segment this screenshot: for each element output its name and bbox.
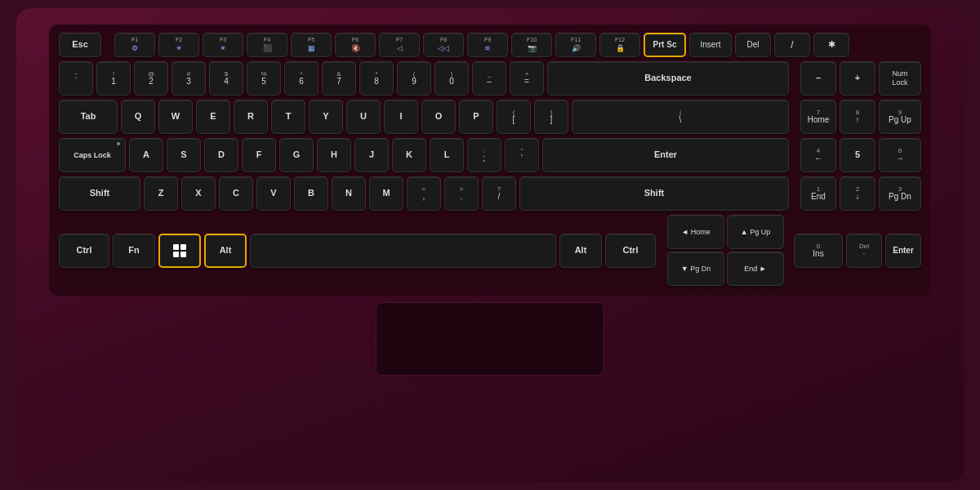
key-alt-left[interactable]: Alt: [204, 234, 247, 268]
key-x[interactable]: X: [181, 176, 216, 211]
key-h[interactable]: H: [317, 138, 351, 172]
key-caps-lock[interactable]: Caps Lock: [59, 138, 126, 172]
key-pg-up[interactable]: ▲ Pg Up: [727, 215, 784, 249]
key-f12[interactable]: F12 🔒: [599, 33, 640, 57]
key-enter[interactable]: Enter: [542, 138, 789, 172]
key-f9[interactable]: F9 ≋: [467, 33, 508, 57]
key-num6[interactable]: 6→: [879, 138, 921, 172]
key-k[interactable]: K: [392, 138, 426, 172]
key-ctrl-left[interactable]: Ctrl: [59, 234, 109, 268]
key-y[interactable]: Y: [309, 100, 343, 134]
key-w[interactable]: W: [158, 100, 193, 134]
key-6[interactable]: ^6: [284, 61, 318, 96]
key-num-plus[interactable]: +: [840, 61, 875, 96]
key-numpad-star[interactable]: ✱: [813, 33, 849, 57]
key-f1[interactable]: F1 ⚙: [114, 33, 155, 57]
key-numlock[interactable]: NumLock: [879, 61, 921, 96]
key-home[interactable]: ◄ Home: [667, 215, 724, 249]
key-c[interactable]: C: [219, 176, 253, 211]
key-quote[interactable]: "': [505, 138, 539, 172]
key-rbracket[interactable]: }]: [534, 100, 568, 134]
key-pg-dn[interactable]: ▼ Pg Dn: [667, 252, 724, 286]
key-f3[interactable]: F3 ☀: [203, 33, 243, 57]
key-equals[interactable]: +=: [510, 61, 544, 96]
key-a[interactable]: A: [129, 138, 163, 172]
key-q[interactable]: Q: [121, 100, 155, 134]
key-f2[interactable]: F2 ☀: [158, 33, 199, 57]
key-4[interactable]: $4: [209, 61, 243, 96]
key-f8[interactable]: F8 ◁◁: [423, 33, 464, 57]
touchpad[interactable]: [376, 302, 604, 376]
key-8[interactable]: *8: [359, 61, 394, 96]
key-num-minus[interactable]: –: [800, 61, 836, 96]
key-l[interactable]: L: [430, 138, 464, 172]
key-5[interactable]: %5: [247, 61, 281, 96]
key-num1[interactable]: 1End: [800, 176, 836, 211]
key-2[interactable]: @2: [134, 61, 168, 96]
key-comma[interactable]: <,: [407, 176, 441, 211]
number-key-row: ~` !1 @2 #3 $4 %5 ^6 &7 *8 (9 )0 _– += B…: [59, 61, 921, 96]
key-period[interactable]: >.: [444, 176, 479, 211]
key-o[interactable]: O: [421, 100, 456, 134]
key-u[interactable]: U: [346, 100, 381, 134]
key-f[interactable]: F: [242, 138, 276, 172]
key-fn[interactable]: Fn: [113, 234, 155, 268]
key-f7[interactable]: F7 ◁: [379, 33, 420, 57]
key-m[interactable]: M: [369, 176, 403, 211]
key-num-dot[interactable]: Del·: [846, 234, 882, 268]
key-f5[interactable]: F5 ▦: [291, 33, 332, 57]
key-9[interactable]: (9: [397, 61, 431, 96]
key-r[interactable]: R: [234, 100, 268, 134]
key-end[interactable]: End ►: [727, 252, 784, 286]
key-d[interactable]: D: [204, 138, 238, 172]
key-backslash[interactable]: |\: [572, 100, 789, 134]
key-backtick[interactable]: ~`: [59, 61, 93, 96]
key-num8[interactable]: 8↑: [840, 100, 875, 134]
key-f6[interactable]: F6 🔇: [335, 33, 376, 57]
key-insert[interactable]: Insert: [689, 33, 732, 57]
key-num-enter[interactable]: Enter: [885, 234, 921, 268]
key-1[interactable]: !1: [96, 61, 131, 96]
key-shift-right[interactable]: Shift: [519, 176, 789, 211]
key-3[interactable]: #3: [172, 61, 206, 96]
key-lbracket[interactable]: {[: [497, 100, 531, 134]
key-v[interactable]: V: [256, 176, 291, 211]
key-semicolon[interactable]: :;: [467, 138, 501, 172]
key-space[interactable]: [250, 234, 556, 268]
key-num3[interactable]: 3Pg Dn: [879, 176, 921, 211]
key-f4[interactable]: F4 ⬛: [247, 33, 287, 57]
key-numpad-slash[interactable]: /: [774, 33, 810, 57]
key-shift-left[interactable]: Shift: [59, 176, 140, 211]
key-num0[interactable]: 0Ins: [794, 234, 843, 268]
key-prt-sc[interactable]: Prt Sc: [644, 33, 686, 57]
key-num9[interactable]: 9Pg Up: [879, 100, 921, 134]
key-f10[interactable]: F10 📷: [511, 33, 552, 57]
key-num7[interactable]: 7Home: [800, 100, 836, 134]
key-b[interactable]: B: [294, 176, 328, 211]
key-tab[interactable]: Tab: [59, 100, 118, 134]
key-j[interactable]: J: [354, 138, 389, 172]
key-ctrl-right[interactable]: Ctrl: [605, 234, 656, 268]
key-7[interactable]: &7: [322, 61, 356, 96]
key-n[interactable]: N: [332, 176, 366, 211]
key-s[interactable]: S: [167, 138, 201, 172]
key-i[interactable]: I: [384, 100, 418, 134]
key-esc[interactable]: Esc: [59, 33, 101, 57]
key-g[interactable]: G: [279, 138, 314, 172]
key-f11[interactable]: F11 🔊: [555, 33, 596, 57]
key-backspace[interactable]: Backspace: [547, 61, 789, 96]
key-num4[interactable]: 4←: [800, 138, 836, 172]
key-num5[interactable]: 5: [840, 138, 875, 172]
key-e[interactable]: E: [196, 100, 230, 134]
key-t[interactable]: T: [271, 100, 305, 134]
key-fwdslash[interactable]: ?/: [482, 176, 516, 211]
key-del-top[interactable]: Del: [735, 33, 771, 57]
key-0[interactable]: )0: [434, 61, 469, 96]
bottom-row: Ctrl Fn Alt Alt Ctrl ◄ Home ▲ Pg Up: [59, 215, 921, 286]
key-alt-right[interactable]: Alt: [559, 234, 602, 268]
key-minus[interactable]: _–: [472, 61, 506, 96]
key-num2[interactable]: 2↓: [840, 176, 875, 211]
key-win[interactable]: [158, 234, 201, 268]
key-p[interactable]: P: [459, 100, 493, 134]
key-z[interactable]: Z: [144, 176, 178, 211]
